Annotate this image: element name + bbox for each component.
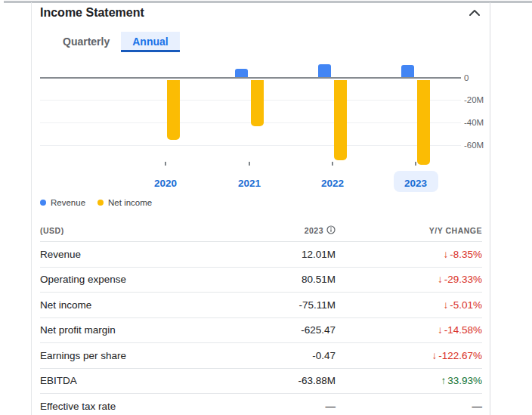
row-label: Net profit margin — [40, 324, 245, 336]
row-yy-change: ↓-5.01% — [336, 299, 482, 311]
net-income-bar-2021[interactable] — [251, 80, 264, 126]
zero-axis-line — [40, 77, 461, 79]
legend-label-net-income: Net income — [108, 198, 152, 207]
financials-table: (USD) 2023 Y/Y CHANGE Revenue12.01M↓-8.3… — [40, 219, 482, 415]
y-tick-20m: -20M — [464, 95, 490, 104]
x-tick-2021 — [249, 162, 250, 166]
arrow-down-icon: ↓ — [443, 249, 448, 260]
row-value: -75.11M — [245, 299, 336, 311]
table-row: Revenue12.01M↓-8.35% — [40, 242, 482, 268]
row-value: -63.88M — [245, 375, 336, 386]
row-yy-change: ↓-122.67% — [336, 350, 482, 361]
net-income-bar-2022[interactable] — [334, 80, 347, 160]
header-year: 2023 — [245, 225, 336, 236]
year-label-2021[interactable]: 2021 — [227, 178, 272, 189]
net-income-bar-2023[interactable] — [417, 80, 430, 165]
chart-legend: Revenue Net income — [40, 198, 152, 207]
header-usd: (USD) — [40, 226, 245, 235]
net-income-dot-icon — [97, 200, 104, 206]
row-yy-change: ↑33.93% — [336, 375, 482, 386]
row-label: Effective tax rate — [40, 401, 245, 412]
row-label: Operating expense — [40, 274, 245, 285]
period-tabs: Quarterly Annual — [51, 32, 180, 52]
income-statement-widget: Income Statement Quarterly Annual 0 -20M… — [0, 0, 532, 415]
legend-label-revenue: Revenue — [51, 198, 85, 207]
table-header-row: (USD) 2023 Y/Y CHANGE — [40, 219, 482, 242]
arrow-down-icon: ↓ — [438, 324, 443, 336]
arrow-down-icon: ↓ — [443, 299, 448, 311]
x-tick-2020 — [165, 162, 166, 166]
x-tick-2022 — [332, 162, 333, 166]
x-tick-2023 — [415, 162, 416, 166]
info-icon[interactable] — [326, 225, 336, 236]
legend-item-net-income: Net income — [97, 198, 152, 207]
header-yy-change: Y/Y CHANGE — [336, 226, 482, 235]
table-row: Net income-75.11M↓-5.01% — [40, 293, 482, 318]
y-tick-40m: -40M — [464, 118, 490, 127]
header-year-label: 2023 — [305, 226, 323, 235]
row-value: 12.01M — [245, 249, 336, 260]
tab-quarterly[interactable]: Quarterly — [51, 32, 121, 52]
tab-annual[interactable]: Annual — [121, 32, 179, 52]
chevron-up-icon — [468, 8, 481, 20]
table-row: Operating expense80.51M↓-29.33% — [40, 268, 482, 293]
row-label: Earnings per share — [40, 350, 245, 361]
table-row: Earnings per share-0.47↓-122.67% — [40, 343, 482, 369]
row-value: -0.47 — [245, 350, 336, 361]
year-label-2020[interactable]: 2020 — [143, 178, 188, 189]
row-value: — — [245, 401, 336, 412]
arrow-down-icon: ↓ — [438, 274, 443, 285]
y-tick-0: 0 — [464, 73, 490, 82]
row-yy-change: ↓-14.58% — [336, 324, 482, 336]
revenue-dot-icon — [40, 200, 46, 206]
row-yy-change: — — [336, 401, 482, 412]
year-label-2023[interactable]: 2023 — [393, 178, 438, 189]
table-row: Effective tax rate—— — [40, 394, 482, 415]
collapse-button[interactable] — [464, 5, 485, 23]
row-label: Net income — [40, 299, 245, 311]
row-label: Revenue — [40, 249, 245, 260]
table-body: Revenue12.01M↓-8.35%Operating expense80.… — [40, 242, 482, 415]
card-right-border — [490, 2, 490, 415]
net-income-bar-2020[interactable] — [167, 80, 180, 140]
year-label-2022[interactable]: 2022 — [310, 178, 355, 189]
legend-item-revenue: Revenue — [40, 198, 85, 207]
table-row: Net profit margin-625.47↓-14.58% — [40, 318, 482, 344]
card-title: Income Statement — [40, 6, 144, 20]
row-value: 80.51M — [245, 274, 336, 285]
arrow-up-icon: ↑ — [441, 375, 446, 386]
row-label: EBITDA — [40, 375, 245, 386]
row-yy-change: ↓-29.33% — [336, 274, 482, 285]
table-row: EBITDA-63.88M↑33.93% — [40, 369, 482, 395]
arrow-down-icon: ↓ — [431, 350, 437, 361]
y-tick-60m: -60M — [464, 141, 490, 150]
row-value: -625.47 — [245, 324, 336, 336]
gridline-60m — [40, 145, 461, 146]
income-statement-card: Income Statement Quarterly Annual 0 -20M… — [32, 3, 490, 415]
row-yy-change: ↓-8.35% — [336, 249, 482, 260]
